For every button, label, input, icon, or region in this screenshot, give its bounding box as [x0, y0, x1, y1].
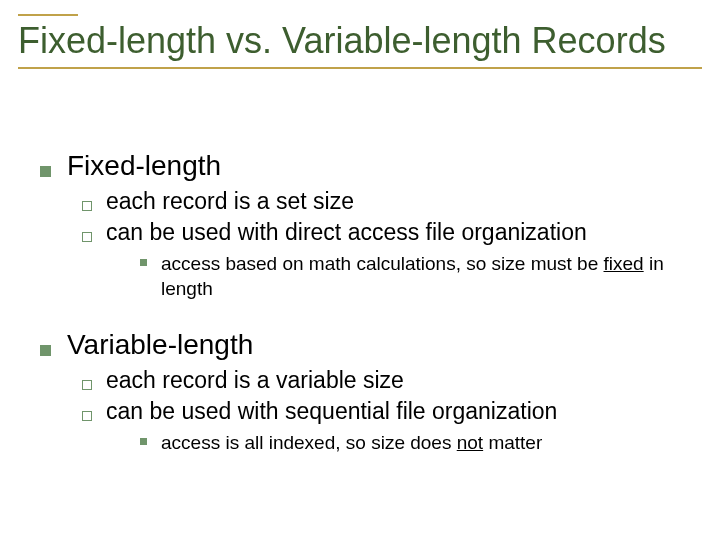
- text-run: matter: [483, 432, 542, 453]
- underlined-text: fixed: [604, 253, 644, 274]
- square-bullet-icon: [40, 345, 51, 356]
- bullet-text: each record is a variable size: [106, 367, 404, 394]
- bullet-text: can be used with sequential file organiz…: [106, 398, 557, 425]
- underlined-text: not: [457, 432, 483, 453]
- slide: { "title": "Fixed-length vs. Variable-le…: [0, 0, 720, 540]
- spacer: [40, 305, 690, 319]
- bullet-text: each record is a set size: [106, 188, 354, 215]
- heading-text: Variable-length: [67, 329, 253, 361]
- title-rule-bottom: [18, 67, 702, 69]
- title-block: Fixed-length vs. Variable-length Records: [18, 14, 702, 69]
- small-square-bullet-icon: [140, 438, 147, 445]
- hollow-square-bullet-icon: [82, 232, 92, 242]
- section-heading: Variable-length: [40, 329, 690, 361]
- bullet-text: can be used with direct access file orga…: [106, 219, 587, 246]
- heading-text: Fixed-length: [67, 150, 221, 182]
- bullet-item: can be used with sequential file organiz…: [82, 398, 690, 425]
- sub-bullet-item: access based on math calculations, so si…: [140, 252, 690, 301]
- bullet-item: can be used with direct access file orga…: [82, 219, 690, 246]
- hollow-square-bullet-icon: [82, 380, 92, 390]
- title-rule-top: [18, 14, 78, 16]
- text-run: access based on math calculations, so si…: [161, 253, 604, 274]
- sub-bullet-item: access is all indexed, so size does not …: [140, 431, 690, 456]
- square-bullet-icon: [40, 166, 51, 177]
- small-square-bullet-icon: [140, 259, 147, 266]
- bullet-item: each record is a set size: [82, 188, 690, 215]
- section-heading: Fixed-length: [40, 150, 690, 182]
- hollow-square-bullet-icon: [82, 411, 92, 421]
- hollow-square-bullet-icon: [82, 201, 92, 211]
- sub-bullet-text: access is all indexed, so size does not …: [161, 431, 542, 456]
- slide-body: Fixed-length each record is a set size c…: [40, 140, 690, 460]
- sub-bullet-text: access based on math calculations, so si…: [161, 252, 690, 301]
- text-run: access is all indexed, so size does: [161, 432, 457, 453]
- bullet-item: each record is a variable size: [82, 367, 690, 394]
- slide-title: Fixed-length vs. Variable-length Records: [18, 18, 702, 67]
